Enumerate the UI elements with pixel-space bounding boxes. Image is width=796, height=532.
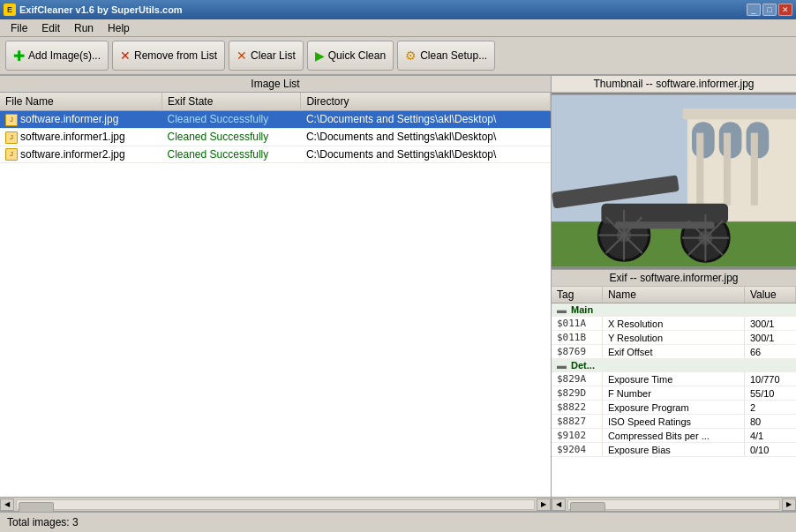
scroll-left-arrow[interactable]: ◀ — [0, 498, 14, 511]
exif-value-cell: 300/1 — [744, 317, 795, 331]
exif-value-cell: 55/10 — [744, 386, 795, 401]
exif-state-cell: Cleaned Successfully — [162, 111, 301, 129]
exif-name-cell: Exif Offset — [602, 345, 744, 359]
exif-data-row[interactable]: $9204Exposure Bias0/10 — [552, 443, 796, 457]
exif-name-cell: Y Resolution — [602, 331, 744, 345]
remove-from-list-button[interactable]: ✕ Remove from List — [112, 41, 225, 71]
exif-name-cell: ISO Speed Ratings — [602, 415, 744, 429]
col-state: Exif State — [162, 93, 301, 111]
thumbnail-area: Thumbnail -- software.informer.jpg — [552, 76, 796, 270]
exif-col-name: Name — [602, 287, 744, 303]
exif-tag-cell: $011A — [552, 317, 602, 331]
exif-data-row[interactable]: $011BY Resolution300/1 — [552, 331, 796, 345]
exif-scroll-thumb[interactable] — [570, 502, 605, 512]
app-title: ExifCleaner v1.6 by SuperUtils.com — [19, 4, 183, 15]
exif-data-row[interactable]: $829AExposure Time10/770 — [552, 372, 796, 386]
exif-data-row[interactable]: $011AX Resolution300/1 — [552, 317, 796, 331]
file-list-row[interactable]: Jsoftware.informer1.jpgCleaned Successfu… — [0, 128, 551, 146]
exif-tag-cell: $011B — [552, 331, 602, 345]
exif-name-cell: Exposure Time — [602, 372, 744, 386]
file-name-cell: Jsoftware.informer2.jpg — [0, 146, 162, 163]
svg-rect-8 — [751, 133, 758, 206]
exif-state-cell: Cleaned Successfully — [162, 128, 301, 146]
svg-rect-16 — [615, 221, 715, 229]
exif-table: Tag Name Value ▬ Main$011AX Resolution30… — [552, 287, 796, 457]
scroll-track[interactable] — [16, 499, 535, 510]
add-images-label: Add Image(s)... — [28, 49, 101, 62]
main-content: Image List File Name Exif State Director… — [0, 76, 796, 511]
scroll-thumb[interactable] — [19, 502, 54, 513]
close-button[interactable]: ✕ — [778, 4, 792, 16]
exif-value-cell: 4/1 — [744, 429, 795, 443]
file-icon: J — [5, 148, 18, 161]
col-filename: File Name — [0, 93, 162, 111]
directory-cell: C:\Documents and Settings\akl\Desktop\ — [301, 111, 551, 129]
group-collapse-icon[interactable]: ▬ — [557, 304, 567, 315]
exif-data-row[interactable]: $8769Exif Offset66 — [552, 345, 796, 359]
menu-file[interactable]: File — [4, 20, 34, 36]
svg-rect-7 — [724, 133, 731, 206]
exif-col-value: Value — [744, 287, 795, 303]
exif-header: Exif -- software.informer.jpg — [552, 270, 796, 287]
menu-edit[interactable]: Edit — [34, 20, 67, 36]
image-list-header: Image List — [0, 76, 551, 93]
exif-data-row[interactable]: $8827ISO Speed Ratings80 — [552, 415, 796, 429]
exif-tag-cell: $8769 — [552, 345, 602, 359]
clear-list-button[interactable]: ✕ Clear List — [229, 41, 304, 71]
menu-run[interactable]: Run — [67, 20, 101, 36]
file-list-table: File Name Exif State Directory Jsoftware… — [0, 93, 551, 163]
menu-help[interactable]: Help — [101, 20, 137, 36]
window-controls: _ □ ✕ — [747, 4, 792, 16]
exif-value-cell: 2 — [744, 401, 795, 415]
exif-scroll-track[interactable] — [567, 499, 780, 510]
add-images-button[interactable]: ✚ Add Image(s)... — [5, 41, 109, 71]
exif-tag-cell: $829A — [552, 372, 602, 386]
group-collapse-icon[interactable]: ▬ — [557, 360, 567, 371]
exif-tag-cell: $8827 — [552, 415, 602, 429]
file-list-row[interactable]: Jsoftware.informer2.jpgCleaned Successfu… — [0, 146, 551, 163]
directory-cell: C:\Documents and Settings\akl\Desktop\ — [301, 128, 551, 146]
exif-col-tag: Tag — [552, 287, 602, 303]
thumbnail-header: Thumbnail -- software.informer.jpg — [552, 76, 796, 93]
exif-scroll-left[interactable]: ◀ — [552, 498, 566, 511]
clean-setup-button[interactable]: ⚙ Clean Setup... — [397, 41, 495, 71]
file-list-scrollbar[interactable]: ◀ ▶ — [0, 497, 551, 511]
title-bar-left: E ExifCleaner v1.6 by SuperUtils.com — [4, 4, 183, 16]
exif-tag-cell: $8822 — [552, 401, 602, 415]
exif-tag-cell: $829D — [552, 386, 602, 401]
exif-data-row[interactable]: $8822Exposure Program2 — [552, 401, 796, 415]
add-icon: ✚ — [13, 48, 25, 64]
exif-data-row[interactable]: $9102Compressed Bits per ...4/1 — [552, 429, 796, 443]
exif-state-cell: Cleaned Successfully — [162, 146, 301, 163]
file-list-container[interactable]: File Name Exif State Directory Jsoftware… — [0, 93, 551, 497]
setup-label: Clean Setup... — [420, 49, 487, 62]
exif-tag-cell: $9204 — [552, 443, 602, 457]
svg-rect-14 — [601, 204, 728, 224]
file-icon: J — [5, 114, 18, 126]
exif-scroll-right[interactable]: ▶ — [782, 498, 796, 511]
clear-label: Clear List — [251, 49, 296, 62]
remove-icon: ✕ — [120, 49, 131, 63]
exif-group-label: ▬ Main — [552, 303, 796, 317]
exif-name-cell: X Resolution — [602, 317, 744, 331]
exif-scrollbar[interactable]: ◀ ▶ — [552, 497, 796, 511]
exif-name-cell: F Number — [602, 386, 744, 401]
svg-rect-6 — [696, 133, 703, 206]
exif-group-row: ▬ Det... — [552, 359, 796, 372]
exif-value-cell: 300/1 — [744, 331, 795, 345]
quick-icon: ▶ — [315, 49, 325, 63]
exif-name-cell: Compressed Bits per ... — [602, 429, 744, 443]
clear-icon: ✕ — [237, 49, 247, 63]
maximize-button[interactable]: □ — [762, 4, 777, 16]
minimize-button[interactable]: _ — [747, 4, 761, 16]
file-list-row[interactable]: Jsoftware.informer.jpgCleaned Successful… — [0, 111, 551, 129]
scroll-right-arrow[interactable]: ▶ — [537, 498, 551, 511]
quick-clean-button[interactable]: ▶ Quick Clean — [307, 41, 394, 71]
exif-data-row[interactable]: $829DF Number55/10 — [552, 386, 796, 401]
status-text: Total images: 3 — [7, 516, 79, 528]
exif-table-wrapper[interactable]: Tag Name Value ▬ Main$011AX Resolution30… — [552, 287, 796, 497]
remove-label: Remove from List — [134, 49, 217, 62]
image-list-panel: Image List File Name Exif State Director… — [0, 76, 552, 511]
exif-name-cell: Exposure Program — [602, 401, 744, 415]
col-directory: Directory — [301, 93, 551, 111]
